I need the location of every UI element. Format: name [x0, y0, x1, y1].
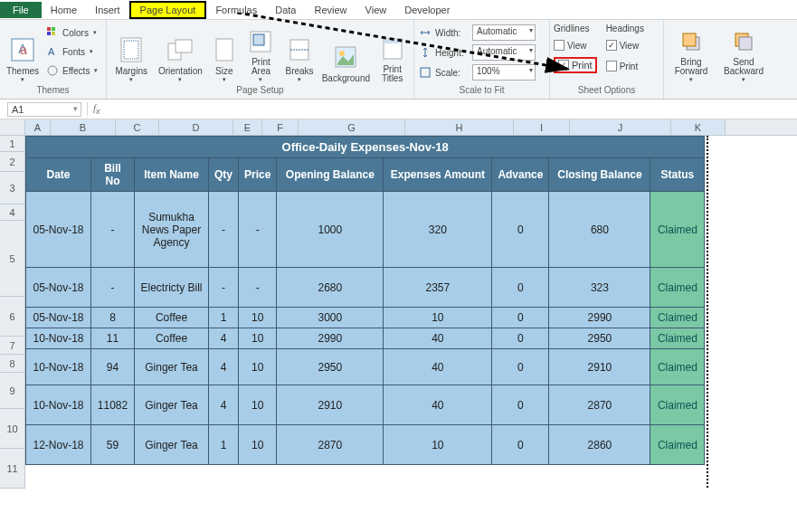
- row-header-2[interactable]: 2: [0, 152, 25, 172]
- col-header-C[interactable]: C: [116, 119, 159, 135]
- size-button[interactable]: Size▾: [208, 24, 240, 83]
- margins-button[interactable]: Margins▾: [110, 24, 152, 83]
- cell[interactable]: Electricty Bill: [135, 268, 209, 308]
- cell[interactable]: -: [91, 268, 135, 308]
- cell[interactable]: -: [91, 192, 135, 268]
- cell[interactable]: 2910: [277, 385, 384, 425]
- col-header-bill-no[interactable]: Bill No: [91, 158, 135, 192]
- cell[interactable]: 10: [384, 308, 492, 328]
- cell[interactable]: 0: [492, 308, 549, 328]
- cell[interactable]: -: [239, 192, 277, 268]
- row-header-7[interactable]: 7: [0, 337, 25, 355]
- cell[interactable]: 40: [384, 328, 492, 349]
- cell[interactable]: -: [209, 268, 239, 308]
- cell[interactable]: 8: [91, 308, 135, 328]
- cell[interactable]: 1000: [277, 192, 384, 268]
- cell[interactable]: 0: [492, 385, 549, 425]
- gridlines-print-check[interactable]: Print: [554, 57, 597, 73]
- cell[interactable]: 10: [384, 425, 492, 465]
- cell[interactable]: Claimed: [650, 192, 705, 268]
- cell[interactable]: 2870: [549, 385, 650, 425]
- col-header-status[interactable]: Status: [650, 158, 705, 192]
- cell[interactable]: Claimed: [650, 268, 705, 308]
- cell[interactable]: 2990: [549, 308, 650, 328]
- cell[interactable]: Coffee: [135, 328, 209, 349]
- row-header-1[interactable]: 1: [0, 136, 25, 152]
- headings-view-check[interactable]: View: [606, 36, 644, 54]
- cell[interactable]: 10: [239, 308, 277, 328]
- cell[interactable]: 10: [239, 425, 277, 465]
- tab-review[interactable]: Review: [305, 2, 356, 18]
- cell[interactable]: Ginger Tea: [135, 349, 209, 385]
- col-header-closing-balance[interactable]: Closing Balance: [549, 158, 650, 192]
- col-header-B[interactable]: B: [51, 119, 116, 135]
- cell[interactable]: 4: [209, 385, 239, 425]
- tab-insert[interactable]: Insert: [86, 2, 129, 18]
- name-box[interactable]: A1: [7, 102, 81, 117]
- cell[interactable]: Coffee: [135, 308, 209, 328]
- tab-file[interactable]: File: [0, 2, 42, 18]
- row-header-5[interactable]: 5: [0, 221, 25, 297]
- col-header-K[interactable]: K: [671, 119, 726, 135]
- cell[interactable]: 2990: [277, 328, 384, 349]
- fonts-button[interactable]: A Fonts▾: [45, 43, 98, 61]
- cell[interactable]: 40: [384, 349, 492, 385]
- col-header-opening-balance[interactable]: Opening Balance: [277, 158, 384, 192]
- cell[interactable]: 0: [492, 268, 549, 308]
- col-header-price[interactable]: Price: [239, 158, 277, 192]
- cell[interactable]: 2860: [549, 425, 650, 465]
- cell[interactable]: 323: [549, 268, 650, 308]
- col-header-H[interactable]: H: [405, 119, 514, 135]
- fx-icon[interactable]: fx: [87, 102, 106, 116]
- row-header-4[interactable]: 4: [0, 204, 25, 221]
- cell[interactable]: 10-Nov-18: [26, 385, 91, 425]
- cell[interactable]: 3000: [277, 308, 384, 328]
- cell[interactable]: 05-Nov-18: [26, 308, 91, 328]
- breaks-button[interactable]: Breaks▾: [282, 24, 318, 83]
- cell[interactable]: Sumukha News Paper Agency: [135, 192, 209, 268]
- tab-page-layout[interactable]: Page Layout: [129, 1, 207, 19]
- colors-button[interactable]: Colors▾: [45, 24, 98, 42]
- col-header-expenses-amount[interactable]: Expenses Amount: [384, 158, 492, 192]
- cell[interactable]: 12-Nov-18: [26, 425, 91, 465]
- print-area-button[interactable]: Print Area▾: [243, 24, 279, 83]
- cell[interactable]: 2870: [277, 425, 384, 465]
- cell[interactable]: Claimed: [650, 349, 705, 385]
- cell[interactable]: 0: [492, 349, 549, 385]
- cell[interactable]: 2910: [549, 349, 650, 385]
- cell[interactable]: Claimed: [650, 425, 705, 465]
- effects-button[interactable]: Effects▾: [45, 62, 98, 80]
- col-header-date[interactable]: Date: [26, 158, 91, 192]
- cell[interactable]: -: [239, 268, 277, 308]
- cell[interactable]: Ginger Tea: [135, 385, 209, 425]
- cell[interactable]: 11: [91, 328, 135, 349]
- print-titles-button[interactable]: Print Titles: [375, 24, 410, 83]
- cell[interactable]: Claimed: [650, 385, 705, 425]
- cell[interactable]: 2950: [549, 328, 650, 349]
- col-header-F[interactable]: F: [262, 119, 299, 135]
- cell[interactable]: 05-Nov-18: [26, 268, 91, 308]
- row-header-6[interactable]: 6: [0, 297, 25, 337]
- orientation-button[interactable]: Orientation▾: [156, 24, 204, 83]
- cell[interactable]: 2680: [277, 268, 384, 308]
- col-header-advance[interactable]: Advance: [492, 158, 549, 192]
- cell[interactable]: 10: [239, 349, 277, 385]
- cell[interactable]: -: [209, 192, 239, 268]
- row-header-9[interactable]: 9: [0, 373, 25, 409]
- tab-formulas[interactable]: Formulas: [206, 2, 266, 18]
- col-header-J[interactable]: J: [570, 119, 671, 135]
- col-header-item-name[interactable]: Item Name: [135, 158, 209, 192]
- tab-developer[interactable]: Developer: [395, 2, 459, 18]
- row-header-11[interactable]: 11: [0, 449, 25, 489]
- cell[interactable]: 94: [91, 349, 135, 385]
- cell[interactable]: 1: [209, 425, 239, 465]
- col-header-I[interactable]: I: [514, 119, 570, 135]
- width-combo[interactable]: Automatic: [472, 24, 536, 41]
- col-header-A[interactable]: A: [25, 119, 51, 135]
- cell[interactable]: 10: [239, 328, 277, 349]
- height-combo[interactable]: Automatic: [472, 44, 536, 61]
- cell[interactable]: 10-Nov-18: [26, 349, 91, 385]
- bring-forward-button[interactable]: Bring Forward▾: [668, 24, 715, 83]
- col-header-qty[interactable]: Qty: [209, 158, 239, 192]
- cell[interactable]: 4: [209, 349, 239, 385]
